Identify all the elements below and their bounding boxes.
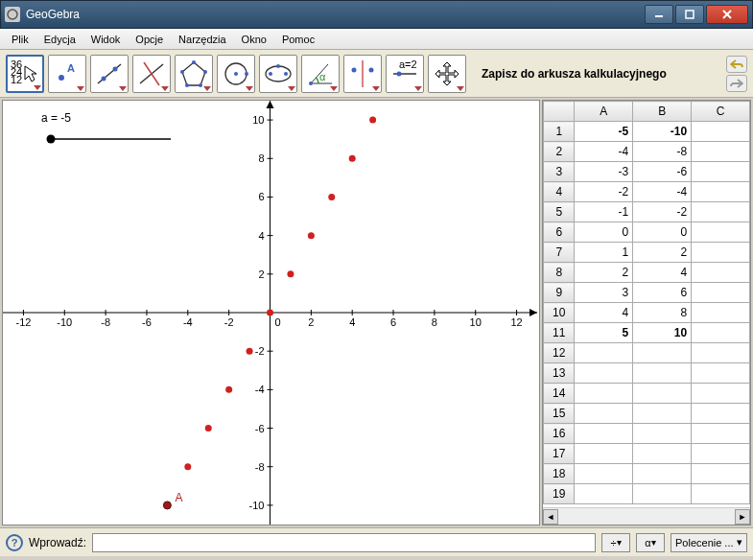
cell[interactable] bbox=[692, 182, 750, 202]
cell[interactable] bbox=[692, 122, 750, 142]
tool-slider[interactable]: a=2 bbox=[386, 55, 424, 93]
cell[interactable] bbox=[633, 424, 692, 444]
row-header[interactable]: 2 bbox=[544, 142, 575, 162]
cell[interactable] bbox=[692, 222, 750, 243]
close-button[interactable] bbox=[706, 5, 748, 24]
redo-button[interactable] bbox=[726, 75, 747, 92]
cell[interactable]: 2 bbox=[575, 263, 633, 283]
cell[interactable]: 4 bbox=[633, 263, 692, 283]
cell[interactable]: -2 bbox=[633, 202, 692, 222]
cell[interactable] bbox=[692, 283, 750, 303]
graphics-view[interactable]: -12-10-8-6-4-224681012-10-8-6-4-22468100… bbox=[2, 100, 540, 525]
cell[interactable]: 6 bbox=[633, 283, 692, 303]
col-header-C[interactable]: C bbox=[692, 102, 750, 122]
spreadsheet-hscroll[interactable]: ◄ ► bbox=[543, 507, 750, 525]
tool-circle[interactable] bbox=[217, 55, 255, 93]
row-header[interactable]: 10 bbox=[544, 303, 575, 323]
cell[interactable] bbox=[692, 444, 750, 464]
row-header[interactable]: 6 bbox=[544, 222, 575, 243]
row-header[interactable]: 12 bbox=[544, 343, 575, 363]
cell[interactable] bbox=[692, 303, 750, 323]
row-header[interactable]: 3 bbox=[544, 162, 575, 182]
tool-point[interactable]: A bbox=[48, 55, 86, 93]
row-header[interactable]: 18 bbox=[544, 464, 575, 484]
cell[interactable] bbox=[633, 343, 692, 363]
tool-move[interactable]: 362412 bbox=[6, 55, 44, 93]
cell[interactable] bbox=[692, 363, 750, 384]
row-header[interactable]: 14 bbox=[544, 384, 575, 404]
cell[interactable]: -10 bbox=[633, 122, 692, 142]
cell[interactable] bbox=[575, 343, 633, 363]
cell[interactable] bbox=[692, 142, 750, 162]
cell[interactable] bbox=[692, 162, 750, 182]
cell[interactable]: -5 bbox=[575, 122, 633, 142]
cell[interactable] bbox=[692, 404, 750, 424]
cell[interactable]: 0 bbox=[633, 222, 692, 243]
cell[interactable] bbox=[575, 363, 633, 384]
menu-plik[interactable]: Plik bbox=[4, 31, 36, 48]
cell[interactable] bbox=[692, 484, 750, 504]
cell[interactable]: -1 bbox=[575, 202, 633, 222]
command-dropdown[interactable]: Polecenie ...▾ bbox=[671, 533, 747, 552]
cell[interactable] bbox=[633, 363, 692, 384]
cell[interactable]: -6 bbox=[633, 162, 692, 182]
cell[interactable]: 5 bbox=[575, 323, 633, 343]
symbol-dropdown-2[interactable]: α ▾ bbox=[636, 533, 665, 552]
cell[interactable]: 8 bbox=[633, 303, 692, 323]
col-header-B[interactable]: B bbox=[633, 102, 692, 122]
cell[interactable]: 1 bbox=[575, 243, 633, 263]
row-header[interactable]: 19 bbox=[544, 484, 575, 504]
cell[interactable] bbox=[633, 464, 692, 484]
row-header[interactable]: 7 bbox=[544, 243, 575, 263]
cell[interactable] bbox=[692, 243, 750, 263]
tool-ellipse[interactable] bbox=[259, 55, 297, 93]
row-header[interactable]: 8 bbox=[544, 263, 575, 283]
tool-reflect[interactable] bbox=[343, 55, 382, 93]
row-header[interactable]: 16 bbox=[544, 424, 575, 444]
cell[interactable]: 3 bbox=[575, 283, 633, 303]
cell[interactable]: -8 bbox=[633, 142, 692, 162]
col-header-A[interactable]: A bbox=[575, 102, 633, 122]
cell[interactable] bbox=[692, 384, 750, 404]
undo-button[interactable] bbox=[726, 56, 747, 73]
cell[interactable] bbox=[692, 464, 750, 484]
tool-angle[interactable]: α bbox=[301, 55, 340, 93]
cell[interactable]: 10 bbox=[633, 323, 692, 343]
row-header[interactable]: 1 bbox=[544, 122, 575, 142]
row-header[interactable]: 11 bbox=[544, 323, 575, 343]
tool-perpendicular[interactable] bbox=[132, 55, 171, 93]
cell[interactable] bbox=[692, 343, 750, 363]
cell[interactable] bbox=[633, 404, 692, 424]
symbol-dropdown-1[interactable]: ÷ ▾ bbox=[601, 533, 630, 552]
cell[interactable] bbox=[575, 424, 633, 444]
cell[interactable]: 4 bbox=[575, 303, 633, 323]
cell[interactable] bbox=[575, 464, 633, 484]
cell[interactable]: -4 bbox=[575, 142, 633, 162]
tool-line[interactable] bbox=[90, 55, 129, 93]
menu-edycja[interactable]: Edycja bbox=[36, 31, 83, 48]
cell[interactable] bbox=[575, 384, 633, 404]
cell[interactable] bbox=[575, 444, 633, 464]
minimize-button[interactable] bbox=[645, 5, 673, 24]
row-header[interactable]: 4 bbox=[544, 182, 575, 202]
menu-narzędzia[interactable]: Narzędzia bbox=[171, 31, 234, 48]
cell[interactable] bbox=[633, 384, 692, 404]
menu-widok[interactable]: Widok bbox=[83, 31, 129, 48]
row-header[interactable]: 5 bbox=[544, 202, 575, 222]
cell[interactable] bbox=[692, 323, 750, 343]
cell[interactable] bbox=[633, 444, 692, 464]
cell[interactable]: 2 bbox=[633, 243, 692, 263]
help-icon[interactable]: ? bbox=[6, 534, 23, 551]
row-header[interactable]: 9 bbox=[544, 283, 575, 303]
cell[interactable] bbox=[575, 484, 633, 504]
menu-pomoc[interactable]: Pomoc bbox=[274, 31, 322, 48]
cell[interactable] bbox=[692, 263, 750, 283]
cell[interactable]: -4 bbox=[633, 182, 692, 202]
spreadsheet-grid[interactable]: ABC1-5-102-4-83-3-64-2-45-1-260071282493… bbox=[543, 101, 750, 507]
row-header[interactable]: 17 bbox=[544, 444, 575, 464]
cell[interactable]: -2 bbox=[575, 182, 633, 202]
cell[interactable] bbox=[692, 424, 750, 444]
cell[interactable] bbox=[633, 484, 692, 504]
menu-opcje[interactable]: Opcje bbox=[128, 31, 171, 48]
tool-move-view[interactable] bbox=[428, 55, 466, 93]
